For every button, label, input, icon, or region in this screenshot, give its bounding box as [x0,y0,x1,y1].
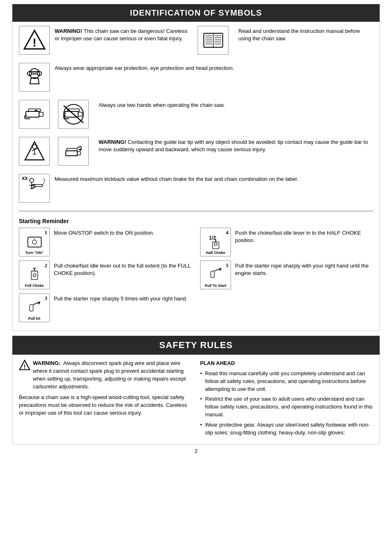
reminder-item-2: 2 Full Choke Pull choke/fast idle lever … [19,261,192,289]
two-hands-icon-2 [58,100,89,129]
svg-point-41 [30,178,34,182]
plan-ahead-list: Read this manual carefully until you com… [200,370,373,437]
svg-rect-22 [39,112,43,116]
ear-protection-text: Always wear appropriate ear protection, … [55,63,373,72]
step5-label: Pull To Start [201,284,231,288]
svg-point-49 [32,240,36,244]
step5-icon: 5 Pull To Start [200,261,231,289]
step1-text: Move ON/STOP switch to the ON position. [54,228,192,237]
step2-num: 2 [45,262,48,269]
ear-protection-icon [19,63,50,92]
two-hands-icons [19,100,94,129]
symbol-row-1: ! WARNING! This chain saw can be dangero… [19,26,373,58]
plan-ahead-item-3: Wear protective gear. Always use steel-t… [200,421,373,437]
svg-rect-55 [31,271,38,280]
step4-num: 4 [226,229,229,236]
svg-rect-48 [28,237,41,247]
page-number: 2 [0,448,392,454]
symbol-row-4: WARNING! Contacting the guide bar tip wi… [19,137,373,169]
safety-right: PLAN AHEAD Read this manual carefully un… [200,360,373,439]
reminder-item-5: 5 Pull To Start Pull the starter rope sh… [200,261,373,289]
symbol-row-2: Always wear appropriate ear protection, … [19,63,373,95]
kickback-arrow-icon [58,137,89,166]
reminder-step-1: 1 Turn "ON" Move ON/STOP switch to the O… [19,228,192,261]
safety-left: ! WARNING: Always disconnect spark plug … [19,360,192,439]
divider-1 [19,211,373,211]
reminder-item-1: 1 Turn "ON" Move ON/STOP switch to the O… [19,228,192,256]
safety-content: ! WARNING: Always disconnect spark plug … [12,355,380,445]
step4-text: Push the choke/fast idle lever in to the… [235,228,373,244]
step1-icon: 1 Turn "ON" [19,228,50,256]
step3-icon: 3 Pull 5X [19,293,50,322]
identification-header: IDENTIFICATION OF SYMBOLS [12,4,380,22]
two-hands-icon-1 [19,100,50,129]
step2-text: Pull choke/fast idle lever out to the fu… [54,261,192,277]
svg-rect-21 [26,111,39,117]
svg-line-28 [64,106,83,123]
symbol-row-5: XX Measured maximum kickback value witho… [19,174,373,206]
warning-chainsaw-icon: ! [19,26,50,55]
kickback-value-icon: XX [19,174,50,203]
step1-label: Turn "ON" [19,251,49,255]
kickback-warning-text: WARNING! Contacting the guide bar tip wi… [99,137,373,153]
step2-icon: 2 Full Choke [19,261,50,289]
kickback-icons [19,137,94,166]
svg-text:1/2: 1/2 [209,235,216,241]
plan-ahead-item-1: Read this manual carefully until you com… [200,370,373,393]
step3-num: 3 [45,295,48,302]
step4-icon: 4 1/2 Half Choke [200,228,231,256]
read-manual-icon [198,26,228,55]
safety-warning-triangle-icon: ! [19,360,30,371]
safety-warning-label: WARNING: [33,360,60,366]
two-hands-text: Always use two hands when operating the … [99,100,373,109]
kickback-triangle-icon [19,137,50,166]
step4-label: Half Choke [201,251,231,255]
svg-text:!: ! [24,363,26,370]
starting-reminder-grid: 1 Turn "ON" Move ON/STOP switch to the O… [19,228,373,326]
page: IDENTIFICATION OF SYMBOLS ! WARNING! Thi… [0,4,392,554]
reminder-item-3: 3 Pull 5X Pull the starter rope sharply … [19,293,192,322]
svg-text:!: ! [32,36,36,49]
kickback-value-text: Measured maximum kickback value without … [55,174,373,183]
svg-point-56 [33,274,36,277]
step3-text: Pull the starter rope sharply 5 times wi… [54,293,192,302]
reminder-step-2: 2 Full Choke Pull choke/fast idle lever … [19,261,192,293]
warning-chainsaw-text: WARNING! This chain saw can be dangerous… [55,26,189,42]
svg-line-33 [32,150,35,151]
svg-marker-60 [219,268,221,271]
safety-warning-block: ! WARNING: Always disconnect spark plug … [19,360,192,390]
starting-reminder-title: Starting Reminder [19,215,373,224]
svg-marker-62 [37,302,40,305]
svg-point-31 [32,145,37,149]
reminder-step-4: 4 1/2 Half Choke Push the choke/fast idl… [200,228,373,261]
svg-rect-37 [66,151,77,156]
safety-chainsaw-text: Because a chain saw is a high-speed wood… [19,394,192,417]
step5-text: Pull the starter rope sharply with your … [235,261,373,277]
step3-label: Pull 5X [19,316,49,321]
step5-num: 5 [226,262,229,269]
plan-ahead-title: PLAN AHEAD [200,360,373,367]
plan-ahead-item-2: Restrict the use of your saw to adult us… [200,395,373,419]
reminder-step-5: 5 Pull To Start Pull the starter rope sh… [200,261,373,293]
svg-point-53 [214,243,217,246]
reminder-step-3: 3 Pull 5X Pull the starter rope sharply … [19,293,192,326]
svg-rect-38 [77,152,81,155]
symbol-row-3: Always use two hands when operating the … [19,100,373,132]
read-manual-text: Read and understand the instruction manu… [238,26,373,42]
safety-rules-header: SAFETY RULES [12,336,380,355]
step2-label: Full Choke [19,284,49,288]
symbols-container: ! WARNING! This chain saw can be dangero… [12,22,380,331]
reminder-item-4: 4 1/2 Half Choke Push the choke/fast idl… [200,228,373,256]
step1-num: 1 [45,229,48,236]
svg-rect-26 [78,112,82,116]
